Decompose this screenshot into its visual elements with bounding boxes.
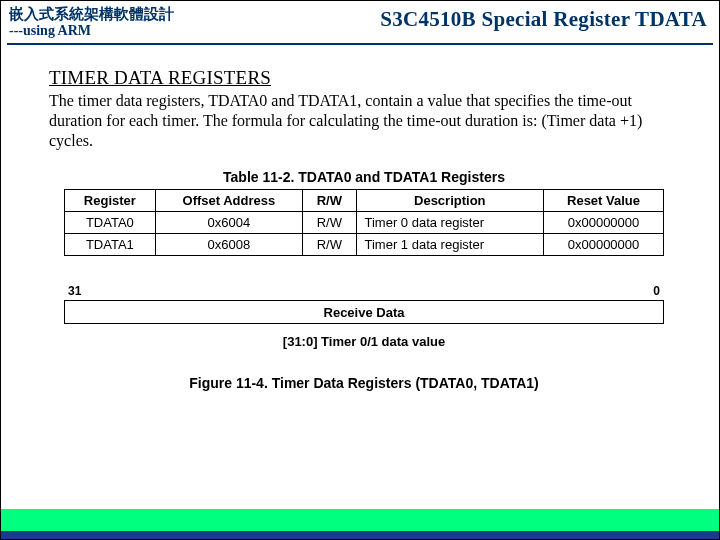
footer bbox=[1, 509, 719, 539]
th-desc: Description bbox=[356, 190, 544, 212]
bitfield-msb: 31 bbox=[68, 284, 81, 298]
bitfield-figure: 31 0 Receive Data [31:0] Timer 0/1 data … bbox=[64, 284, 664, 349]
figure-caption: Figure 11-4. Timer Data Registers (TDATA… bbox=[49, 375, 679, 391]
cell-desc: Timer 0 data register bbox=[356, 212, 544, 234]
cell-offset: 0x6004 bbox=[155, 212, 302, 234]
cell-reset: 0x00000000 bbox=[544, 234, 664, 256]
cell-offset: 0x6008 bbox=[155, 234, 302, 256]
th-rw: R/W bbox=[303, 190, 356, 212]
cell-register: TDATA0 bbox=[65, 212, 156, 234]
th-reset: Reset Value bbox=[544, 190, 664, 212]
footer-band-blue bbox=[1, 531, 719, 539]
table-header-row: Register Offset Address R/W Description … bbox=[65, 190, 664, 212]
table-row: TDATA0 0x6004 R/W Timer 0 data register … bbox=[65, 212, 664, 234]
header: 嵌入式系統架構軟體設計 ---using ARM S3C4510B Specia… bbox=[1, 1, 719, 45]
bitfield-lsb: 0 bbox=[653, 284, 660, 298]
footer-band-green bbox=[1, 509, 719, 531]
cell-register: TDATA1 bbox=[65, 234, 156, 256]
th-register: Register bbox=[65, 190, 156, 212]
cell-rw: R/W bbox=[303, 212, 356, 234]
header-underline bbox=[7, 43, 713, 45]
cell-reset: 0x00000000 bbox=[544, 212, 664, 234]
bitfield-note: [31:0] Timer 0/1 data value bbox=[64, 334, 664, 349]
body: TIMER DATA REGISTERS The timer data regi… bbox=[1, 45, 719, 391]
section-heading: TIMER DATA REGISTERS bbox=[49, 67, 679, 89]
table-row: TDATA1 0x6008 R/W Timer 1 data register … bbox=[65, 234, 664, 256]
register-table: Register Offset Address R/W Description … bbox=[64, 189, 664, 256]
th-offset: Offset Address bbox=[155, 190, 302, 212]
header-title-right: S3C4510B Special Register TDATA bbox=[380, 7, 707, 32]
bitfield-box: Receive Data bbox=[64, 300, 664, 324]
table-caption: Table 11-2. TDATA0 and TDATA1 Registers bbox=[49, 169, 679, 185]
slide: 嵌入式系統架構軟體設計 ---using ARM S3C4510B Specia… bbox=[0, 0, 720, 540]
cell-rw: R/W bbox=[303, 234, 356, 256]
bitfield-labels: 31 0 bbox=[64, 284, 664, 300]
section-paragraph: The timer data registers, TDATA0 and TDA… bbox=[49, 91, 679, 151]
cell-desc: Timer 1 data register bbox=[356, 234, 544, 256]
